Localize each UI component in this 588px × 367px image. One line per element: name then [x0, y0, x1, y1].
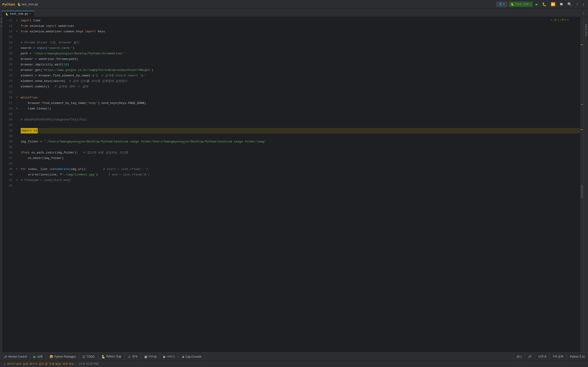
code-line: import os: [21, 128, 580, 133]
python-version-value: Python 3.10: [570, 355, 585, 358]
main-content: ≡ ⊞ ▷ 1213141516171819202122232425262728…: [0, 17, 588, 352]
line-number: 22: [3, 73, 12, 78]
up-button[interactable]: ↑: [575, 2, 579, 7]
warnings-down[interactable]: ∨: [567, 18, 569, 22]
line-number: 17: [3, 45, 12, 51]
fold-icon[interactable]: ▼: [15, 95, 19, 100]
activity-icon-3[interactable]: ▷: [0, 25, 2, 27]
status-right: 35:1 LF UTF-8 4개 공백 Python 3.10: [513, 352, 588, 361]
line-number: 30: [3, 117, 12, 123]
cap-data-label[interactable]: Cap Data: [585, 24, 587, 36]
warning-mark-2: [581, 104, 583, 105]
version-control-icon: ⎇: [3, 355, 7, 359]
code-line: # ddsdfsdfsdfsdfdjlsdugoieuflksjifuil: [21, 117, 580, 123]
down-button[interactable]: ↓: [581, 2, 586, 7]
terminal-icon: ▣: [144, 355, 147, 359]
warning-bar: ⚠ ⚠1 ⚠ ⚠4 ∧ ∨: [549, 18, 570, 22]
user-chevron: ▾: [503, 2, 505, 6]
line-number: 27: [3, 100, 12, 106]
terminal-item[interactable]: ▣ 터미널: [141, 352, 160, 361]
problems-label: 문제: [132, 355, 138, 359]
fold-icon: [15, 45, 19, 51]
fold-icon[interactable]: ▼: [15, 29, 19, 34]
line-numbers: 1213141516171819202122232425262728293031…: [3, 17, 15, 352]
services-item[interactable]: ▶ 서비스: [160, 352, 179, 361]
code-line: if not os.path.isdir(img_folder): # 없으면 …: [21, 150, 580, 156]
title-bar: PyCham 🐍 test_snm.py 👤 ▾ 🐍 test_snm ▾ ▶ …: [0, 0, 588, 9]
problems-item[interactable]: ⚠ 문제: [125, 352, 141, 361]
code-editor[interactable]: import timefrom selenium import webdrive…: [19, 17, 580, 352]
fold-icon: [15, 23, 19, 29]
line-col-value: 35:1: [517, 355, 522, 358]
tab-test-snm[interactable]: 🐍 test_snm.py ×: [2, 11, 35, 17]
line-number: 23: [3, 78, 12, 84]
run-button[interactable]: ▶: [535, 2, 539, 7]
cap-console-item[interactable]: ◈ Cap Console: [179, 352, 205, 361]
fold-icon: [15, 90, 19, 95]
fold-icon: [15, 78, 19, 84]
line-number: 28: [3, 106, 12, 111]
python-console-icon: 🐍: [101, 355, 105, 359]
scrollbar-thumb[interactable]: [581, 185, 583, 198]
line-number: 39: [3, 167, 12, 172]
lf-item[interactable]: LF: [525, 352, 535, 361]
fold-icon: [15, 100, 19, 106]
code-line: search = input('search_term:'): [21, 45, 580, 51]
more-options-icon[interactable]: ⋮: [581, 11, 586, 16]
python-packages-item[interactable]: 📦 Python Packages: [46, 352, 79, 361]
code-line: [21, 123, 580, 128]
code-line: browser.get('https://www.google.co.kr/im…: [21, 67, 580, 73]
line-number: 41: [3, 177, 12, 183]
warnings-up[interactable]: ∧: [565, 18, 566, 22]
code-line: element = browser.find_element_by_name('…: [21, 73, 580, 78]
todo-item[interactable]: ☑ TODO: [79, 352, 98, 361]
line-number: 32: [3, 128, 12, 133]
activity-icon-2[interactable]: ⊞: [0, 21, 2, 23]
fold-icon: [15, 62, 19, 67]
fold-icon: [15, 56, 19, 62]
tab-close-button[interactable]: ×: [29, 13, 31, 15]
code-line: browser = webdriver.Chrome(path): [21, 56, 580, 62]
activity-bar: ≡ ⊞ ▷: [0, 17, 3, 352]
editor-area[interactable]: 1213141516171819202122232425262728293031…: [3, 17, 580, 352]
fold-icon: [15, 51, 19, 56]
warning-icon-1: ⚠: [551, 18, 552, 22]
tab-py-icon: 🐍: [5, 13, 9, 16]
fold-icon: [15, 111, 19, 117]
python-version-item[interactable]: Python 3.10: [567, 352, 588, 361]
stop-button[interactable]: ⏹: [558, 2, 564, 7]
code-line: browser.find_element_by_tag_name('body')…: [21, 100, 580, 106]
fold-icon: [15, 183, 19, 189]
fold-icon[interactable]: ▼: [15, 167, 19, 172]
debug-button[interactable]: 🐛: [541, 2, 548, 7]
notif-time: (어제 10:00 PM): [79, 362, 99, 365]
services-label: 서비스: [167, 355, 175, 359]
run-config-dropdown[interactable]: 🐍 test_snm ▾: [509, 2, 533, 7]
profile-button[interactable]: ⏩: [550, 2, 556, 7]
fold-icon[interactable]: ▼: [15, 177, 19, 183]
encoding-item[interactable]: UTF-8: [535, 352, 549, 361]
fold-icon: [15, 150, 19, 156]
line-number: 20: [3, 62, 12, 67]
line-number: 12: [3, 18, 12, 23]
python-console-item[interactable]: 🐍 Python 콘솔: [98, 352, 125, 361]
activity-icon-1[interactable]: ≡: [0, 18, 2, 19]
cap-console-label: Cap Console: [186, 355, 201, 358]
line-number: 19: [3, 56, 12, 62]
run-item[interactable]: ▶ 실행: [30, 352, 46, 361]
line-number: 33: [3, 133, 12, 139]
fold-icon[interactable]: ▼: [15, 106, 19, 111]
indent-item[interactable]: 4개 공백: [549, 352, 567, 361]
line-col-item[interactable]: 35:1: [513, 352, 525, 361]
warning-mark-1: [581, 44, 583, 45]
code-line: from selenium import webdriver: [21, 23, 580, 29]
line-number: 24: [3, 84, 12, 90]
indent-value: 4개 공백: [553, 355, 563, 359]
user-button[interactable]: 👤 ▾: [496, 2, 507, 7]
fold-icon[interactable]: ▼: [15, 18, 19, 23]
run-config-icon: 🐍: [511, 3, 514, 6]
version-control-item[interactable]: ⎇ Version Control: [0, 352, 30, 361]
search-button[interactable]: 🔍: [566, 2, 573, 7]
notif-text: 패키지 설치 실패: 패키지 설치 중: 오류 발생. 세부 정보... (어제…: [7, 362, 99, 366]
fold-icon: [15, 133, 19, 139]
